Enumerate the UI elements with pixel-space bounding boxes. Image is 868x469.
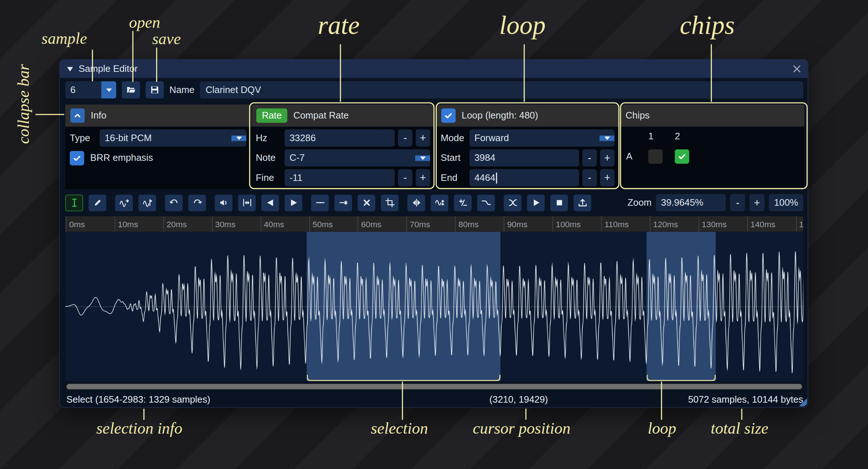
cursor-position-text: (3210, 19429) <box>489 394 548 405</box>
chip-column-2: 2 <box>675 131 684 142</box>
preview-stop-button[interactable] <box>550 194 568 211</box>
crossfade-button[interactable] <box>504 194 522 211</box>
filter-curve-icon <box>481 198 491 208</box>
annotation-open: open <box>129 13 161 31</box>
chevron-down-icon[interactable] <box>599 135 614 141</box>
chips-panel-header: Chips <box>621 105 805 127</box>
waveform-canvas[interactable] <box>65 232 803 381</box>
fine-plus-button[interactable]: + <box>416 169 430 186</box>
hz-plus-button[interactable]: + <box>416 129 430 147</box>
rate-button[interactable]: Rate <box>256 108 287 123</box>
chip-2-checkbox[interactable] <box>675 149 689 163</box>
loop-enable-checkbox[interactable] <box>441 108 455 123</box>
save-button[interactable] <box>146 81 164 98</box>
annotation-loop-line <box>524 44 525 102</box>
sample-number-dropdown[interactable]: 6 <box>65 81 116 98</box>
zoom-out-button[interactable]: - <box>730 194 745 211</box>
scrollbar-thumb[interactable] <box>66 384 802 389</box>
loop-end-input[interactable]: 4464 <box>470 169 579 186</box>
check-icon <box>73 154 81 162</box>
annotation-loop-marker: loop <box>648 419 676 438</box>
loop-start-minus-button[interactable]: - <box>582 149 597 166</box>
annotation-total-size-line <box>741 409 742 420</box>
annotation-sample: sample <box>42 29 87 47</box>
horizontal-scrollbar[interactable] <box>65 383 803 390</box>
brr-emphasis-checkbox[interactable] <box>70 151 84 165</box>
undo-button[interactable] <box>165 194 183 211</box>
delete-button[interactable] <box>358 194 375 211</box>
crop-icon <box>385 198 394 208</box>
info-panel: Info Type 16-bit PCM BRR emphasis <box>65 105 251 189</box>
open-button[interactable] <box>122 81 140 98</box>
annotation-chips-line <box>711 44 712 102</box>
redo-button[interactable] <box>188 194 206 211</box>
rate-panel-title: Compat Rate <box>293 110 349 121</box>
loop-panel: Loop (length: 480) Mode Forward Start 39… <box>436 105 619 189</box>
fade-in-button[interactable] <box>261 194 279 211</box>
chips-panel: Chips 1 2 A <box>621 105 805 189</box>
filter-button[interactable] <box>477 194 495 211</box>
ruler-tick: 120ms <box>650 216 678 232</box>
ruler-tick: 80ms <box>455 216 479 232</box>
resample-button[interactable] <box>138 194 156 211</box>
fine-minus-button[interactable]: - <box>398 169 412 186</box>
zoom-reset-button[interactable]: 100% <box>769 194 803 211</box>
note-label: Note <box>256 152 281 163</box>
ruler-tick: 90ms <box>504 216 528 232</box>
chip-1-checkbox[interactable] <box>648 149 663 163</box>
invert-button[interactable] <box>431 194 448 211</box>
zoom-in-button[interactable]: + <box>749 194 764 211</box>
trim-button[interactable] <box>381 194 399 211</box>
preview-play-button[interactable] <box>527 194 545 211</box>
pencil-icon <box>93 198 102 208</box>
normalize-button[interactable] <box>238 194 256 211</box>
select-mode-button[interactable] <box>65 194 83 211</box>
note-dropdown[interactable]: C-7 <box>285 149 430 166</box>
ruler-tick: 60ms <box>358 216 382 232</box>
type-dropdown[interactable]: 16-bit PCM <box>100 129 246 147</box>
loop-start-plus-button[interactable]: + <box>600 149 614 166</box>
hz-minus-button[interactable]: - <box>398 129 412 147</box>
triangle-right-icon <box>289 198 298 208</box>
hz-input[interactable]: 33286 <box>285 129 395 147</box>
amplify-button[interactable] <box>215 194 233 211</box>
wave-flag-icon <box>143 198 152 208</box>
collapse-info-button[interactable] <box>70 108 85 123</box>
name-input[interactable]: Clarinet DQV <box>200 81 803 98</box>
resize-button[interactable] <box>115 194 133 211</box>
ruler-tick: 110ms <box>601 216 629 232</box>
stage: Sample Editor 6 Name Clarinet DQV <box>0 0 868 469</box>
ibeam-cursor-icon <box>69 198 79 208</box>
loop-end-label: End <box>441 172 466 183</box>
chevron-down-icon[interactable] <box>101 81 116 98</box>
triangle-left-icon <box>266 198 275 208</box>
sample-editor-window: Sample Editor 6 Name Clarinet DQV <box>59 59 808 407</box>
loop-mode-dropdown[interactable]: Forward <box>470 129 615 147</box>
annotation-open-line <box>132 31 134 82</box>
loop-end-plus-button[interactable]: + <box>600 169 614 186</box>
create-wavetable-button[interactable] <box>574 194 591 211</box>
insert-silence-button[interactable] <box>311 194 329 211</box>
reverse-button[interactable] <box>408 194 425 211</box>
chevron-down-icon[interactable] <box>415 155 430 160</box>
chevron-down-icon[interactable] <box>231 135 246 141</box>
annotation-save: save <box>152 30 181 48</box>
fade-out-button[interactable] <box>285 194 302 211</box>
loop-end-minus-button[interactable]: - <box>582 169 597 186</box>
titlebar[interactable]: Sample Editor <box>60 60 808 78</box>
collapse-window-icon[interactable] <box>67 67 73 71</box>
annotation-collapse-bar: collapse bar <box>14 64 32 144</box>
apply-silence-button[interactable] <box>334 194 352 211</box>
name-label: Name <box>169 84 194 95</box>
ruler-tick: 100ms <box>552 216 580 232</box>
plus-minus-icon <box>458 198 467 208</box>
draw-button[interactable] <box>89 194 107 211</box>
waveform-view[interactable] <box>65 232 803 381</box>
loop-start-input[interactable]: 3984 <box>470 149 579 166</box>
window-title: Sample Editor <box>78 63 138 74</box>
zoom-input[interactable]: 39.9645% <box>656 194 726 211</box>
upload-icon <box>578 198 587 208</box>
close-button[interactable] <box>793 65 801 73</box>
signed-unsigned-button[interactable] <box>454 194 472 211</box>
fine-input[interactable]: -11 <box>285 169 395 186</box>
